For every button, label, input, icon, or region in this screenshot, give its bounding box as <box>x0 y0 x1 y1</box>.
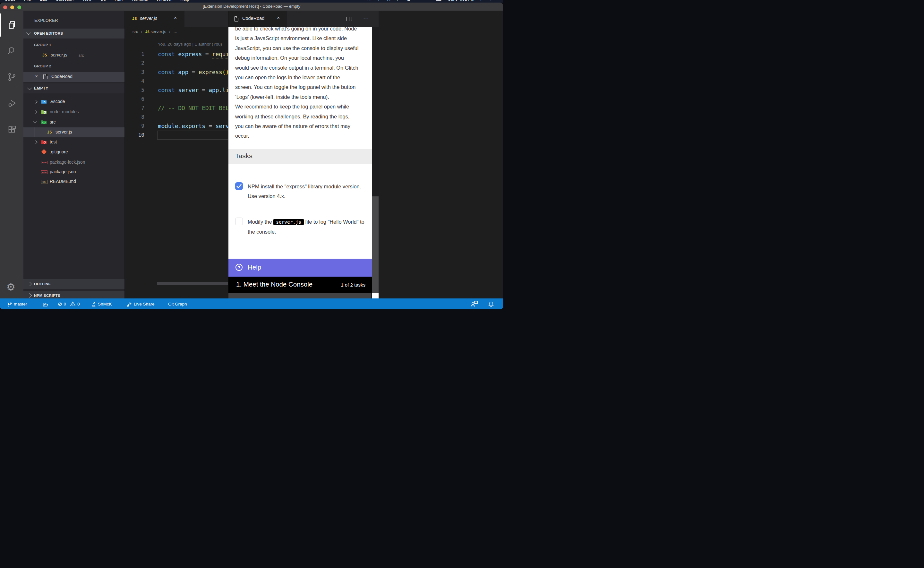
chevron-down-icon <box>33 120 36 123</box>
tab-serverjs[interactable]: JS server.js × <box>125 11 184 27</box>
git-icon <box>41 149 47 155</box>
sync-changes-button[interactable] <box>42 298 48 309</box>
menu-item[interactable]: Edit <box>40 0 47 2</box>
code-line[interactable]: module.exports = server; <box>158 122 239 131</box>
menu-item[interactable]: Code <box>5 0 15 2</box>
open-editor-item-serverjs[interactable]: JS server.js src <box>23 50 125 60</box>
tab-label: server.js <box>140 16 157 21</box>
src-folder-icon <box>41 120 47 125</box>
open-editor-item-coderoad[interactable]: × CodeRoad <box>23 72 125 82</box>
editor-group2-header: GROUP 2 <box>23 61 125 71</box>
close-icon[interactable]: × <box>174 15 177 21</box>
lesson-text-line: be able to check what's going on in your… <box>235 27 370 33</box>
keyboard-icon[interactable]: ⌨ <box>436 0 442 2</box>
npm-scripts-section-header[interactable]: NPM SCRIPTS <box>23 291 125 298</box>
breadcrumb-symbol[interactable]: … <box>173 29 178 34</box>
lesson-text-line: is just a JavaScript environment. Like c… <box>235 33 370 43</box>
task-checkbox-unchecked[interactable] <box>235 218 243 225</box>
run-debug-icon[interactable] <box>8 99 17 108</box>
close-icon[interactable]: × <box>277 15 280 21</box>
menu-item[interactable]: View <box>82 0 92 2</box>
webview-bottom-strip <box>228 293 371 298</box>
tree-item-package-json[interactable]: npm package.json <box>23 167 125 177</box>
live-share-button[interactable]: Live Share <box>127 298 155 309</box>
more-actions-icon[interactable]: ⋯ <box>363 15 369 22</box>
menu-item[interactable]: Selection <box>56 0 74 2</box>
menubar-clock[interactable]: Sat 6 4:51 PM <box>448 0 474 2</box>
code-token: app <box>208 87 219 94</box>
lesson-bar[interactable]: 1. Meet the Node Console 1 of 2 tasks <box>228 276 372 293</box>
screen: CodeFileEditSelectionViewGoRunTerminalWi… <box>0 0 503 309</box>
scrollbar-thumb[interactable] <box>372 27 378 196</box>
pencil-icon[interactable]: ✎ <box>417 0 421 2</box>
menu-item[interactable]: Window <box>156 0 172 2</box>
open-editor-path: src <box>78 53 84 58</box>
breadcrumb-separator: › <box>141 29 142 34</box>
tree-item-vscode[interactable]: .vscode <box>23 97 125 107</box>
git-graph-button[interactable]: Git Graph <box>168 298 187 309</box>
tree-item-src[interactable]: src <box>23 118 125 127</box>
code-token: server <box>178 87 198 94</box>
wifi-icon[interactable]: ⌁ <box>427 0 429 2</box>
panel-tab-bar: CodeRoad × ⋯ <box>228 11 378 27</box>
menu-item[interactable]: Help <box>180 0 189 2</box>
search-icon[interactable] <box>8 46 17 55</box>
control-center-icon[interactable]: ≡ <box>498 0 500 2</box>
js-file-icon: JS <box>132 17 137 21</box>
record-icon[interactable]: ◎ <box>387 0 390 2</box>
source-control-icon[interactable] <box>8 73 17 82</box>
branch-name: master <box>14 302 27 307</box>
markdown-icon: M↓ <box>41 180 47 184</box>
tab-coderoad[interactable]: CodeRoad × <box>228 11 287 27</box>
shield-icon[interactable]: ♡ <box>377 0 380 2</box>
code-line[interactable]: const app = express(); <box>158 68 232 77</box>
feedback-icon[interactable] <box>470 298 478 309</box>
explorer-icon[interactable] <box>8 21 17 30</box>
siri-icon[interactable]: ◐ <box>489 0 492 2</box>
open-editors-header[interactable]: OPEN EDITORS <box>23 29 125 39</box>
lesson-text-line: ‘Logs’ (lower-left, inside the tools men… <box>235 92 370 102</box>
help-button[interactable]: ? Help <box>228 259 372 276</box>
tree-item-serverjs-selected[interactable]: JS server.js <box>23 127 125 137</box>
split-editor-icon[interactable] <box>347 17 352 21</box>
task-progress-badge: 1 of 2 tasks <box>341 282 365 287</box>
cursor-icon[interactable]: ➤ <box>397 0 400 2</box>
spotlight-icon[interactable]: ⌕ <box>481 0 483 2</box>
tree-item-node-modules[interactable]: js node_modules <box>23 107 125 117</box>
tree-item-package-lock[interactable]: npm package-lock.json <box>23 157 125 168</box>
task-checkbox-checked[interactable] <box>235 182 243 190</box>
line-number: 6 <box>125 95 145 104</box>
tree-item-readme[interactable]: M↓ README.md <box>23 177 125 187</box>
chevron-right-icon <box>27 293 32 298</box>
tree-item-label: package.json <box>50 169 76 174</box>
menu-item[interactable]: File <box>24 0 31 2</box>
scrollbar-track[interactable] <box>372 196 378 293</box>
display-icon[interactable]: ⬒ <box>366 0 370 2</box>
git-branch-indicator[interactable]: master <box>7 298 27 309</box>
menu-item[interactable]: Run <box>115 0 122 2</box>
breadcrumb[interactable]: src›JS server.js›… <box>133 29 178 34</box>
tree-item-gitignore[interactable]: .gitignore <box>23 147 125 157</box>
workbench: ⚙ EXPLORER OPEN EDITORS GROUP 1 JS serve… <box>0 11 503 298</box>
workspace-section-header[interactable]: EMPTY <box>23 83 125 94</box>
line-number: 8 <box>125 113 145 122</box>
js-file-icon: JS <box>47 130 52 134</box>
help-circle-icon: ? <box>235 264 243 271</box>
play-icon[interactable]: ▲ <box>407 0 411 2</box>
extensions-icon[interactable] <box>8 125 17 134</box>
notifications-bell-icon[interactable] <box>488 298 494 309</box>
close-icon[interactable]: × <box>35 74 38 79</box>
menu-item[interactable]: Go <box>100 0 106 2</box>
tree-item-test[interactable]: test <box>23 137 125 147</box>
outline-section-header[interactable]: OUTLINE <box>23 279 125 289</box>
menu-item[interactable]: Terminal <box>131 0 148 2</box>
breadcrumb-src[interactable]: src <box>133 29 138 34</box>
breadcrumb-separator: › <box>169 29 170 34</box>
problems-indicator[interactable]: ⊘ 0 0 <box>58 298 80 309</box>
user-account-item[interactable]: ShMcK <box>92 298 112 309</box>
settings-gear-icon[interactable]: ⚙ <box>6 282 15 292</box>
workspace-label: EMPTY <box>34 86 48 91</box>
breadcrumb-file[interactable]: server.js <box>151 29 166 34</box>
title-bar[interactable]: [Extension Development Host] - CodeRoad … <box>0 3 503 11</box>
webview-scrollbar[interactable] <box>372 11 378 298</box>
